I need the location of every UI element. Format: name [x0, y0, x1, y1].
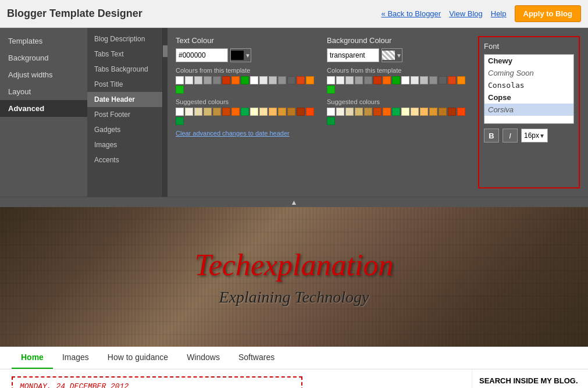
- colour-cell[interactable]: [185, 108, 193, 116]
- colour-cell[interactable]: [204, 76, 212, 84]
- colour-cell[interactable]: [429, 108, 437, 116]
- colour-cell[interactable]: [327, 86, 335, 94]
- sidebar-item-advanced[interactable]: Advanced: [0, 100, 87, 117]
- font-bold-button[interactable]: B: [484, 129, 499, 143]
- colour-cell[interactable]: [297, 76, 305, 84]
- colour-cell[interactable]: [345, 108, 354, 116]
- colour-cell[interactable]: [345, 76, 354, 84]
- colour-cell[interactable]: [392, 108, 400, 116]
- colour-cell[interactable]: [383, 76, 391, 84]
- colour-cell[interactable]: [364, 76, 372, 84]
- text-colour-input[interactable]: [176, 48, 228, 62]
- sub-item-images[interactable]: Images: [87, 137, 162, 152]
- sidebar-item-background[interactable]: Background: [0, 49, 87, 66]
- colour-cell[interactable]: [392, 76, 400, 84]
- colour-cell[interactable]: [194, 108, 202, 116]
- font-list-item-coming-soon[interactable]: Coming Soon: [484, 67, 573, 79]
- sidebar-item-templates[interactable]: Templates: [0, 33, 87, 49]
- nav-item-how-to[interactable]: How to guidance: [98, 347, 177, 369]
- colour-cell[interactable]: [222, 76, 230, 84]
- font-list-item-consolas[interactable]: Consolas: [484, 79, 573, 91]
- colour-cell[interactable]: [401, 108, 409, 116]
- colour-cell[interactable]: [327, 117, 335, 125]
- sub-item-date-header[interactable]: Date Header: [87, 92, 162, 107]
- colour-cell[interactable]: [411, 108, 419, 116]
- sub-item-post-title[interactable]: Post Title: [87, 77, 162, 92]
- colour-cell[interactable]: [420, 76, 428, 84]
- colour-cell[interactable]: [204, 108, 212, 116]
- colour-cell[interactable]: [241, 108, 249, 116]
- colour-cell[interactable]: [213, 108, 221, 116]
- colour-cell[interactable]: [222, 108, 230, 116]
- colour-cell[interactable]: [241, 76, 249, 84]
- colour-cell[interactable]: [420, 108, 428, 116]
- colour-cell[interactable]: [269, 108, 277, 116]
- nav-item-images[interactable]: Images: [53, 347, 98, 369]
- view-blog-link[interactable]: View Blog: [449, 9, 483, 18]
- colour-cell[interactable]: [355, 76, 363, 84]
- help-link[interactable]: Help: [491, 9, 507, 18]
- colour-cell[interactable]: [176, 86, 184, 94]
- nav-item-softwares[interactable]: Softwares: [229, 347, 284, 369]
- sub-item-gadgets[interactable]: Gadgets: [87, 122, 162, 137]
- colour-cell[interactable]: [250, 76, 258, 84]
- clear-advanced-link[interactable]: Clear advanced changes to date header: [176, 130, 319, 137]
- colour-cell[interactable]: [185, 76, 193, 84]
- font-list-item-chewy[interactable]: Chewy: [484, 55, 573, 67]
- colour-cell[interactable]: [364, 108, 372, 116]
- font-size-selector[interactable]: 16px ▼: [521, 129, 548, 143]
- colour-cell[interactable]: [306, 76, 314, 84]
- colour-cell[interactable]: [336, 76, 344, 84]
- colour-cell[interactable]: [327, 76, 335, 84]
- colour-cell[interactable]: [383, 108, 391, 116]
- sub-item-blog-description[interactable]: Blog Description: [87, 31, 162, 47]
- colour-cell[interactable]: [278, 76, 286, 84]
- colour-cell[interactable]: [457, 108, 465, 116]
- colour-cell[interactable]: [327, 108, 335, 116]
- back-to-blogger-link[interactable]: « Back to Blogger: [382, 9, 441, 18]
- colour-cell[interactable]: [176, 108, 184, 116]
- sub-item-tabs-background[interactable]: Tabs Background: [87, 62, 162, 77]
- colour-cell[interactable]: [457, 76, 465, 84]
- colour-cell[interactable]: [373, 76, 382, 84]
- background-colour-input[interactable]: [327, 48, 379, 62]
- colour-cell[interactable]: [439, 76, 447, 84]
- submenu-scrollbar[interactable]: [163, 28, 168, 197]
- sub-item-tabs-text[interactable]: Tabs Text: [87, 47, 162, 62]
- colour-cell[interactable]: [401, 76, 409, 84]
- colour-cell[interactable]: [287, 108, 295, 116]
- text-colour-swatch-button[interactable]: ▼: [230, 48, 251, 62]
- colour-cell[interactable]: [287, 76, 295, 84]
- colour-cell[interactable]: [213, 76, 221, 84]
- background-colour-swatch-button[interactable]: ▼: [382, 48, 402, 62]
- colour-cell[interactable]: [373, 108, 382, 116]
- font-list-item-corsiva[interactable]: Corsiva: [484, 104, 573, 116]
- sub-item-post-footer[interactable]: Post Footer: [87, 107, 162, 122]
- colour-cell[interactable]: [439, 108, 447, 116]
- colour-cell[interactable]: [306, 108, 314, 116]
- font-list[interactable]: Chewy Coming Soon Consolas Copse Corsiva: [484, 54, 574, 124]
- apply-to-blog-button[interactable]: Apply to Blog: [515, 5, 582, 22]
- colour-cell[interactable]: [194, 76, 202, 84]
- colour-cell[interactable]: [259, 76, 268, 84]
- colour-cell[interactable]: [269, 76, 277, 84]
- nav-item-home[interactable]: Home: [12, 347, 53, 369]
- colour-cell[interactable]: [278, 108, 286, 116]
- colour-cell[interactable]: [231, 76, 240, 84]
- colour-cell[interactable]: [231, 108, 240, 116]
- colour-cell[interactable]: [411, 76, 419, 84]
- colour-cell[interactable]: [448, 76, 456, 84]
- sub-item-accents[interactable]: Accents: [87, 152, 162, 168]
- colour-cell[interactable]: [355, 108, 363, 116]
- colour-cell[interactable]: [176, 117, 184, 125]
- nav-item-windows[interactable]: Windows: [177, 347, 229, 369]
- colour-cell[interactable]: [336, 108, 344, 116]
- colour-cell[interactable]: [429, 76, 437, 84]
- font-list-item-copse[interactable]: Copse: [484, 91, 573, 104]
- font-italic-button[interactable]: I: [503, 129, 518, 143]
- colour-cell[interactable]: [176, 76, 184, 84]
- collapse-bar[interactable]: ▲: [0, 197, 588, 207]
- colour-cell[interactable]: [250, 108, 258, 116]
- colour-cell[interactable]: [259, 108, 268, 116]
- sidebar-item-layout[interactable]: Layout: [0, 83, 87, 100]
